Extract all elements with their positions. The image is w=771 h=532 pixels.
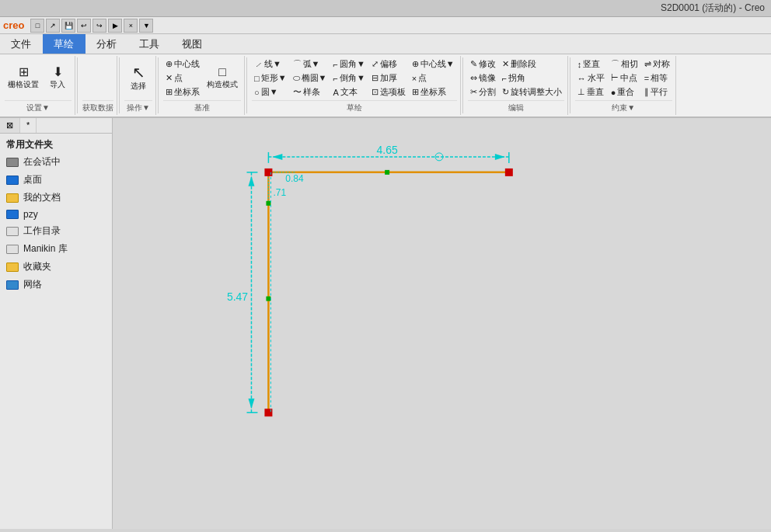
corner-btn[interactable]: ⌐ 拐角 (500, 71, 564, 85)
perp-btn[interactable]: ⊥ 垂直 (575, 85, 607, 99)
save-button[interactable]: 💾 (61, 19, 75, 33)
sidebar-item-favorites[interactable]: 收藏夹 (0, 258, 112, 276)
grid-settings-button[interactable]: ⊞ 栅格设置 (5, 64, 42, 92)
sketch-cl-btn[interactable]: ⊕ 中心线▼ (410, 57, 457, 71)
sidebar-item-manikin[interactable]: Manikin 库 (0, 240, 112, 258)
coord-icon: ⊞ (166, 87, 173, 97)
chamfer-btn[interactable]: ⌐ 倒角▼ (330, 71, 367, 85)
circle-btn[interactable]: ○ 圆▼ (252, 85, 289, 99)
coordsys-btn[interactable]: ⊞ 坐标系 (163, 85, 202, 99)
import-button[interactable]: ⬇ 导入 (44, 64, 72, 92)
sidebar-tab-folder[interactable]: ⊠ (0, 118, 20, 133)
sketch-cs-btn[interactable]: ⊞ 坐标系 (410, 85, 457, 99)
sidebar-item-session[interactable]: 在会话中 (0, 153, 112, 171)
menu-view[interactable]: 视图 (171, 34, 214, 54)
construct-icon: □ (218, 66, 226, 78)
menu-tools[interactable]: 工具 (128, 34, 171, 54)
sep5 (462, 57, 463, 113)
settings-group-label: 设置▼ (5, 100, 72, 113)
svg-text:0.84: 0.84 (285, 173, 304, 184)
ellipse-btn[interactable]: ⬭ 椭圆▼ (291, 71, 330, 85)
parallel-btn[interactable]: ∥ 平行 (642, 85, 672, 99)
group-operations: ↖ 选择 操作▼ (121, 56, 156, 115)
thicken-btn[interactable]: ⊟ 加厚 (369, 71, 408, 85)
spline-btn[interactable]: 〜 样条 (291, 85, 330, 99)
menu-sketch[interactable]: 草绘 (43, 34, 85, 54)
sep1 (77, 57, 78, 113)
constraint-group-label: 约束▼ (575, 100, 672, 113)
sidebar-item-network[interactable]: 网络 (0, 276, 112, 294)
open-button[interactable]: ↗ (46, 19, 60, 33)
offset-btn[interactable]: ⤢ 偏移 (369, 57, 408, 71)
rotate-resize-btn[interactable]: ↻ 旋转调整大小 (500, 85, 564, 99)
group-datum: ⊕ 中心线 ✕ 点 ⊞ 坐标系 □ 构造模式 基准 (160, 56, 245, 115)
import-label: 导入 (50, 79, 65, 90)
dropdown-button[interactable]: ▼ (139, 19, 153, 33)
vertical-btn[interactable]: ↕ 竖直 (575, 57, 607, 71)
mirror-btn[interactable]: ⇔ 镜像 (468, 71, 498, 85)
edit-content: ✎ 修改 ⇔ 镜像 ✂ 分割 ✕ 删除段 ⌐ 拐角 ↻ 旋转调整大小 (468, 57, 564, 99)
point-label: 点 (174, 72, 183, 84)
mydocs-icon (6, 193, 19, 203)
sidebar-item-mydocs[interactable]: 我的文档 (0, 189, 112, 207)
main-area: ⊠ * 常用文件夹 在会话中 桌面 我的文档 pzy 工作目录 Manikin … (0, 118, 771, 529)
redo-button[interactable]: ↪ (92, 19, 106, 33)
quick-access-toolbar: □ ↗ 💾 ↩ ↪ ▶ × ▼ (30, 19, 153, 33)
coincide-btn[interactable]: ● 重合 (609, 85, 640, 99)
sidebar: ⊠ * 常用文件夹 在会话中 桌面 我的文档 pzy 工作目录 Manikin … (0, 118, 113, 529)
menu-file[interactable]: 文件 (0, 34, 43, 54)
edit-col1: ✎ 修改 ⇔ 镜像 ✂ 分割 (468, 57, 498, 99)
divide-btn[interactable]: ✂ 分割 (468, 85, 498, 99)
text-btn[interactable]: A 文本 (330, 85, 367, 99)
menu-analysis[interactable]: 分析 (85, 34, 128, 54)
svg-marker-6 (495, 154, 505, 160)
sketch-cs-icon: ⊞ (412, 87, 419, 97)
centerline-btn[interactable]: ⊕ 中心线 (163, 57, 202, 71)
ops-content: ↖ 选择 (124, 57, 152, 99)
svg-marker-12 (248, 176, 254, 186)
extra-button[interactable]: × (124, 19, 138, 33)
favorites-label: 收藏夹 (23, 260, 51, 273)
tangent-btn[interactable]: ⌒ 相切 (609, 57, 640, 71)
network-label: 网络 (23, 278, 42, 291)
canvas[interactable]: 4.65 5.47 0.84 .71 (113, 118, 771, 529)
line-btn[interactable]: ⟋ 线▼ (252, 57, 289, 71)
new-button[interactable]: □ (30, 19, 44, 33)
rect-btn[interactable]: □ 矩形▼ (252, 71, 289, 85)
group-edit: ✎ 修改 ⇔ 镜像 ✂ 分割 ✕ 删除段 ⌐ 拐角 ↻ 旋转调整大小 编辑 (465, 56, 568, 115)
modify-icon: ✎ (470, 59, 477, 69)
undo-button[interactable]: ↩ (77, 19, 91, 33)
text-icon: A (333, 88, 338, 97)
equal-btn[interactable]: = 相等 (642, 71, 672, 85)
corner-icon: ⌐ (502, 74, 507, 83)
sketch-pt-btn[interactable]: × 点 (410, 71, 457, 85)
thicken-icon: ⊟ (372, 73, 379, 83)
select-button[interactable]: ↖ 选择 (124, 63, 152, 93)
delete-seg-btn[interactable]: ✕ 删除段 (500, 57, 564, 71)
desktop-label: 桌面 (23, 173, 42, 186)
sidebar-item-desktop[interactable]: 桌面 (0, 171, 112, 189)
point-btn[interactable]: ✕ 点 (163, 71, 202, 85)
horizontal-btn[interactable]: ↔ 水平 (575, 71, 607, 85)
modify-btn[interactable]: ✎ 修改 (468, 57, 498, 71)
drawing-svg: 4.65 5.47 0.84 .71 (113, 118, 771, 529)
sep4 (246, 57, 247, 113)
workdir-label: 工作目录 (23, 224, 61, 238)
sidebar-item-workdir[interactable]: 工作目录 (0, 222, 112, 240)
svg-text:.71: .71 (273, 187, 286, 198)
fillet-btn[interactable]: ⌐ 圆角▼ (330, 57, 367, 71)
ellipse-icon: ⬭ (293, 73, 300, 83)
palette-btn[interactable]: ⊡ 选项板 (369, 85, 408, 99)
sidebar-item-pzy[interactable]: pzy (0, 207, 112, 222)
more-button[interactable]: ▶ (108, 19, 122, 33)
monitor-icon (6, 158, 19, 167)
select-label: 选择 (131, 81, 146, 92)
import-icon: ⬇ (53, 66, 63, 78)
svg-text:4.65: 4.65 (377, 144, 398, 156)
sidebar-tab-recent[interactable]: * (20, 118, 37, 133)
palette-icon: ⊡ (372, 87, 379, 97)
construct-mode-btn[interactable]: □ 构造模式 (204, 64, 241, 92)
arc-btn[interactable]: ⌒ 弧▼ (291, 57, 330, 71)
sym-btn[interactable]: ⇌ 对称 (642, 57, 672, 71)
midpoint-btn[interactable]: ⊢ 中点 (609, 71, 640, 85)
